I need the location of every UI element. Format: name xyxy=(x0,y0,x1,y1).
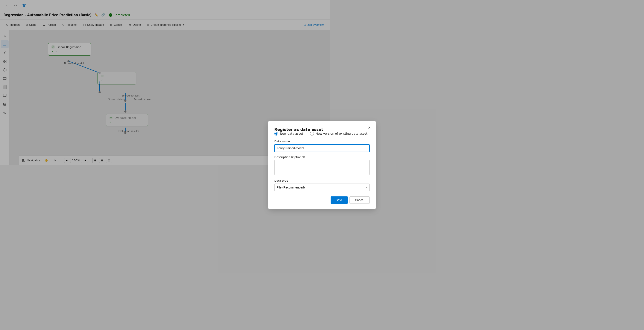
new-data-asset-option[interactable]: New data asset xyxy=(274,132,303,135)
data-name-label: Data name xyxy=(274,140,330,143)
data-name-input[interactable] xyxy=(274,144,330,152)
description-label: Description (Optional) xyxy=(274,155,330,159)
modal-title: Register as data asset xyxy=(274,127,323,132)
data-name-group: Data name xyxy=(274,140,330,152)
existing-data-asset-radio[interactable] xyxy=(310,132,314,135)
modal-overlay: Register as data asset ✕ New data asset … xyxy=(0,0,330,165)
description-group: Description (Optional) xyxy=(274,155,330,165)
new-data-asset-radio[interactable] xyxy=(274,132,278,135)
description-input[interactable] xyxy=(274,160,330,165)
new-data-asset-label: New data asset xyxy=(280,132,303,135)
existing-data-asset-label: New version of existing data asset xyxy=(316,132,330,135)
existing-data-asset-option[interactable]: New version of existing data asset xyxy=(310,132,330,135)
register-data-asset-dialog: Register as data asset ✕ New data asset … xyxy=(268,121,330,165)
asset-type-radio-group: New data asset New version of existing d… xyxy=(274,132,330,135)
